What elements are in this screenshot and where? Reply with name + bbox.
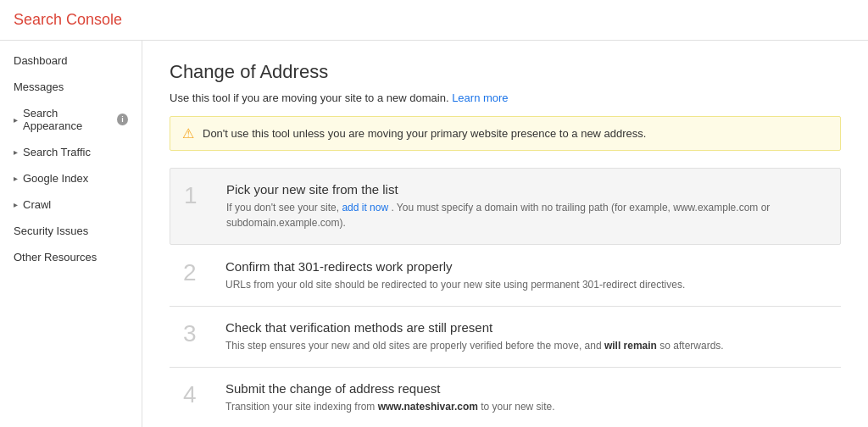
add-it-now-link[interactable]: add it now xyxy=(342,202,388,214)
step-1: 1 Pick your new site from the list If yo… xyxy=(170,168,841,245)
sidebar-item-google-index[interactable]: Google Index xyxy=(0,165,142,191)
step-2-desc: URLs from your old site should be redire… xyxy=(225,277,685,292)
step-1-content: Pick your new site from the list If you … xyxy=(226,182,826,230)
step-4-number: 4 xyxy=(183,381,209,407)
step-4-content: Submit the change of address request Tra… xyxy=(225,381,555,414)
step-2: 2 Confirm that 301-redirects work proper… xyxy=(170,246,841,307)
step-3-number: 3 xyxy=(183,320,209,346)
step-3-content: Check that verification methods are stil… xyxy=(225,320,724,353)
step-2-content: Confirm that 301-redirects work properly… xyxy=(225,259,685,292)
step-3-desc: This step ensures your new and old sites… xyxy=(225,338,724,353)
sidebar: Dashboard Messages Search Appearance i S… xyxy=(0,41,142,427)
main-content: Change of Address Use this tool if you a… xyxy=(142,41,868,427)
step-3: 3 Check that verification methods are st… xyxy=(170,307,841,368)
warning-box: ⚠ Don't use this tool unless you are mov… xyxy=(170,116,841,151)
step-2-title: Confirm that 301-redirects work properly xyxy=(225,259,685,274)
sidebar-item-security-issues[interactable]: Security Issues xyxy=(0,218,142,244)
header: Search Console xyxy=(0,0,868,41)
sidebar-item-search-traffic[interactable]: Search Traffic xyxy=(0,139,142,165)
step-2-number: 2 xyxy=(183,259,209,285)
body-container: Dashboard Messages Search Appearance i S… xyxy=(0,41,868,427)
step-1-number: 1 xyxy=(184,182,209,208)
intro-text: Use this tool if you are moving your sit… xyxy=(170,92,841,104)
sidebar-item-other-resources[interactable]: Other Resources xyxy=(0,244,142,270)
step-4-title: Submit the change of address request xyxy=(225,381,555,396)
learn-more-link[interactable]: Learn more xyxy=(452,92,508,104)
step-4: 4 Submit the change of address request T… xyxy=(170,368,841,427)
sidebar-item-dashboard[interactable]: Dashboard xyxy=(0,47,142,74)
step-3-title: Check that verification methods are stil… xyxy=(225,320,724,335)
page-title: Change of Address xyxy=(170,61,841,83)
sidebar-item-messages[interactable]: Messages xyxy=(0,74,142,100)
warning-icon: ⚠ xyxy=(182,125,194,141)
app-logo: Search Console xyxy=(14,11,122,29)
steps-container: 1 Pick your new site from the list If yo… xyxy=(170,168,841,427)
sidebar-item-crawl[interactable]: Crawl xyxy=(0,191,142,218)
step-4-desc: Transition your site indexing from www.n… xyxy=(225,399,555,414)
sidebar-item-search-appearance[interactable]: Search Appearance i xyxy=(0,100,142,139)
warning-text: Don't use this tool unless you are movin… xyxy=(203,127,646,140)
info-icon: i xyxy=(117,114,128,125)
step-1-desc: If you don't see your site, add it now .… xyxy=(226,200,826,230)
step-1-title: Pick your new site from the list xyxy=(226,182,826,197)
